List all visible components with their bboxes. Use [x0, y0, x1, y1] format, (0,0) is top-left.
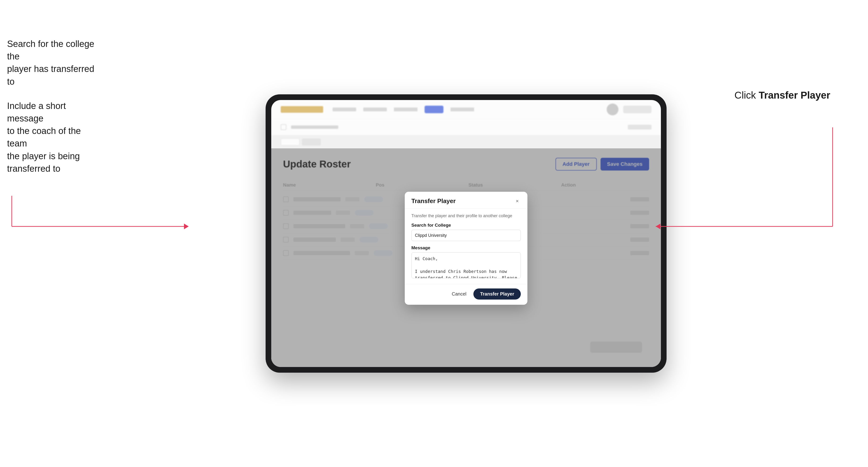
- modal-subtitle: Transfer the player and their profile to…: [411, 214, 521, 218]
- modal-title: Transfer Player: [411, 197, 456, 205]
- tab-item-1: [281, 138, 300, 146]
- annotation-text-message: Include a short message to the coach of …: [7, 100, 97, 175]
- nav-right: [607, 103, 651, 115]
- nav-btn: [623, 106, 651, 113]
- nav-avatar: [607, 103, 618, 115]
- svg-marker-2: [184, 224, 189, 229]
- message-label: Message: [411, 245, 521, 250]
- transfer-player-button[interactable]: Transfer Player: [473, 288, 521, 300]
- nav-item-2: [363, 107, 387, 111]
- search-college-label: Search for College: [411, 223, 521, 228]
- message-textarea[interactable]: Hi Coach, I understand Chris Robertson h…: [411, 252, 521, 278]
- modal-dialog: Transfer Player × Transfer the player an…: [405, 192, 527, 305]
- search-college-input[interactable]: [411, 230, 521, 241]
- tab-item-2: [302, 138, 321, 146]
- main-content: Update Roster Add Player Save Changes Na…: [271, 148, 661, 367]
- modal-close-button[interactable]: ×: [514, 198, 521, 205]
- modal-overlay: Transfer Player × Transfer the player an…: [271, 148, 661, 367]
- tablet-frame: Update Roster Add Player Save Changes Na…: [266, 94, 666, 373]
- annotation-left-block: Search for the college the player has tr…: [7, 38, 97, 187]
- modal-body: Transfer the player and their profile to…: [405, 209, 527, 284]
- sub-header: [271, 119, 661, 135]
- annotation-text-search: Search for the college the player has tr…: [7, 38, 97, 88]
- nav-item-4: [451, 107, 474, 111]
- nav-item-active: [425, 106, 443, 113]
- nav-item-3: [394, 107, 417, 111]
- nav-logo: [281, 106, 323, 113]
- modal-header: Transfer Player ×: [405, 192, 527, 209]
- nav-item-1: [333, 107, 356, 111]
- modal-footer: Cancel Transfer Player: [405, 284, 527, 305]
- cancel-button[interactable]: Cancel: [448, 289, 470, 299]
- sub-right: [628, 125, 651, 129]
- tablet-screen: Update Roster Add Player Save Changes Na…: [271, 100, 661, 367]
- nav-items: [333, 106, 474, 113]
- annotation-right-block: Click Transfer Player: [735, 90, 830, 101]
- sub-checkbox: [281, 124, 286, 130]
- sub-breadcrumb: [291, 125, 338, 129]
- tabs-bar: [271, 135, 661, 148]
- app-navbar: [271, 100, 661, 119]
